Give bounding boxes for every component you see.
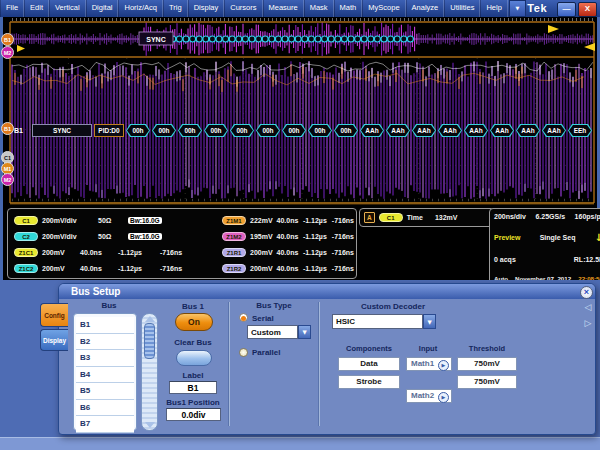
serial-radio[interactable] xyxy=(239,313,248,322)
custom-decoder-combo[interactable]: HSIC xyxy=(332,314,423,329)
menu-item-mask[interactable]: Mask xyxy=(304,0,334,17)
menu-item-analyze[interactable]: Analyze xyxy=(406,0,445,17)
serial-label: Serial xyxy=(252,314,274,323)
svg-text:SYNC: SYNC xyxy=(146,36,165,43)
menu-item-horizacq[interactable]: Horiz/Acq xyxy=(118,0,163,17)
readout-value: -1.12µs xyxy=(303,217,328,224)
component-cell: Strobe xyxy=(338,375,400,389)
trigger-a-badge: A xyxy=(364,212,375,223)
menu-item-myscope[interactable]: MyScope xyxy=(362,0,405,17)
custom-decoder-combo-button[interactable]: ▼ xyxy=(423,314,436,329)
menu-item-help[interactable]: Help xyxy=(480,0,507,17)
menu-item-trig[interactable]: Trig xyxy=(163,0,188,17)
bus-decode-value: 00h xyxy=(308,124,332,137)
bus-decode-value-text: AAh xyxy=(438,124,462,137)
bus-list-item-b7[interactable]: B7 xyxy=(76,416,134,433)
resolution: 160ps/pt xyxy=(575,213,600,220)
nav-right-icon[interactable]: ▷ xyxy=(582,317,594,330)
channel-badge-z1r1[interactable]: Z1R1 xyxy=(222,248,246,257)
channel-badge-z1m1[interactable]: Z1M1 xyxy=(222,216,246,225)
readout-value: -716ns xyxy=(332,217,354,224)
window-close-button[interactable]: X xyxy=(578,2,597,17)
dialog-close-button[interactable]: × xyxy=(580,286,593,299)
readout-value: -1.12µs xyxy=(303,233,328,240)
trigger-readout-box[interactable]: A C1 Time 132mV xyxy=(359,208,495,227)
label-field[interactable]: B1 xyxy=(169,381,217,394)
menu-item-utilities[interactable]: Utilities xyxy=(444,0,480,17)
threshold-cell[interactable]: 750mV xyxy=(457,375,517,389)
channel-badge-z1c2[interactable]: Z1C2 xyxy=(14,264,38,273)
readout-row: Z1C2200mV40.0ns-1.12µs-716ns xyxy=(14,260,220,276)
menu-item-math[interactable]: Math xyxy=(334,0,363,17)
bus-list-item-b1[interactable]: B1 xyxy=(76,317,134,334)
menu-item-file[interactable]: File xyxy=(0,0,24,17)
menu-item-measure[interactable]: Measure xyxy=(263,0,304,17)
bus1-on-button[interactable]: On xyxy=(175,313,213,331)
bus-list-item-b3[interactable]: B3 xyxy=(76,350,134,367)
clear-bus-button[interactable] xyxy=(176,350,212,366)
menu-overflow-button[interactable]: ▼ xyxy=(509,0,526,17)
scrollbar-thumb[interactable] xyxy=(144,323,155,359)
readout-value: 200mV xyxy=(250,265,273,272)
readout-value: -716ns xyxy=(332,249,354,256)
dialog-title: Bus Setup xyxy=(59,284,595,299)
bus-list-item-b6[interactable]: B6 xyxy=(76,400,134,417)
bus1-position-field[interactable]: 0.0div xyxy=(166,408,221,421)
input-cell[interactable]: Math1▶ xyxy=(406,357,452,371)
serial-type-combo-button[interactable]: ▼ xyxy=(298,325,311,339)
bus-decode-value-text: 00h xyxy=(126,124,150,137)
minimize-button[interactable]: — xyxy=(557,2,576,17)
input-cell[interactable]: Math2▶ xyxy=(406,389,452,403)
bus-list[interactable]: B1B2B3B4B5B6B7 xyxy=(73,313,137,431)
nav-left-icon[interactable]: ◁ xyxy=(582,301,594,314)
run-mode: Single Seq xyxy=(540,234,576,241)
bus-decode-label: B1 xyxy=(14,124,30,137)
menu-item-display[interactable]: Display xyxy=(188,0,225,17)
threshold-header: Threshold xyxy=(457,344,517,353)
horizontal-readouts-box[interactable]: 200ns/div 6.25GS/s 160ps/pt Preview Sing… xyxy=(489,208,600,287)
bus-decode-value-text: 00h xyxy=(308,124,332,137)
bus-list-item-b5[interactable]: B5 xyxy=(76,383,134,400)
readout-value: 200mV xyxy=(42,265,76,272)
readout-row: Z1M1222mV40.0ns-1.12µs-716ns xyxy=(222,212,354,228)
channel-badge-z1c1[interactable]: Z1C1 xyxy=(14,248,38,257)
serial-type-combo[interactable]: Custom xyxy=(247,325,298,339)
bus-list-item-b4[interactable]: B4 xyxy=(76,367,134,384)
readout-value: -1.12µs xyxy=(303,249,328,256)
bandwidth-readout: Bw:16.0G xyxy=(128,217,162,224)
trigger-source-badge: C1 xyxy=(379,213,403,222)
bus-list-scrollbar[interactable] xyxy=(141,313,158,431)
readout-value: -716ns xyxy=(160,265,192,272)
channel-badge-z1r2[interactable]: Z1R2 xyxy=(222,264,246,273)
bus-decode-value-text: 00h xyxy=(152,124,176,137)
channel-badge-c2[interactable]: C2 xyxy=(14,232,38,241)
bus-decode-value: 00h xyxy=(152,124,176,137)
channel-badge-z1m2[interactable]: Z1M2 xyxy=(222,232,246,241)
menu-item-cursors[interactable]: Cursors xyxy=(224,0,262,17)
bus-b1-marker[interactable]: B1 xyxy=(1,122,14,135)
acquisitions-count: 0 acqs xyxy=(494,256,516,263)
menu-item-vertical[interactable]: Vertical xyxy=(49,0,86,17)
horizontal-scale: 200ns/div xyxy=(494,213,526,220)
menu-item-digital[interactable]: Digital xyxy=(86,0,119,17)
bus-decode-row: B1 SYNC PID:D0 00h00h00h00h00h00h00h00h0… xyxy=(14,124,592,137)
readout-column-1: C1200mV/div50ΩBw:16.0GC2200mV/div50ΩBw:1… xyxy=(14,212,220,276)
bus-list-item-b2[interactable]: B2 xyxy=(76,334,134,351)
menu-item-edit[interactable]: Edit xyxy=(24,0,49,17)
readout-value: 222mV xyxy=(250,217,273,224)
parallel-radio[interactable] xyxy=(239,348,248,357)
math-m2-marker-top[interactable]: M2 xyxy=(1,46,14,59)
bus-b1-marker-top[interactable]: B1 xyxy=(1,33,14,46)
math-m2-marker[interactable]: M2 xyxy=(1,173,14,186)
waveform-display[interactable]: SYNC xyxy=(0,17,600,207)
readout-value: 40.0ns xyxy=(277,265,299,272)
tab-display[interactable]: Display xyxy=(40,329,68,351)
trigger-type: Time xyxy=(407,214,423,221)
tab-config[interactable]: Config xyxy=(40,303,68,327)
popup-arrow-icon: ▶ xyxy=(438,392,449,403)
chevron-down-icon: ▼ xyxy=(427,319,431,325)
bus-decode-value-text: 00h xyxy=(178,124,202,137)
threshold-cell[interactable]: 750mV xyxy=(457,357,517,371)
readout-value: -1.12µs xyxy=(118,249,156,256)
channel-badge-c1[interactable]: C1 xyxy=(14,216,38,225)
